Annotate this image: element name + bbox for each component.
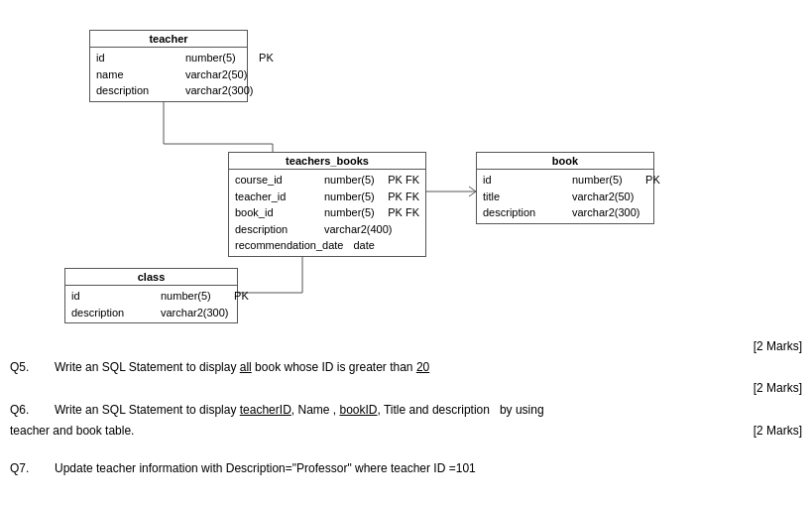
q5-underline: all [240, 360, 252, 374]
questions-section: [2 Marks] Q5. Write an SQL Statement to … [10, 337, 802, 478]
book-entity: book id number(5) PK title varchar2(50) … [476, 152, 654, 224]
teachers-books-title: teachers_books [229, 153, 425, 170]
q6-line2-text: teacher and book table. [10, 422, 134, 441]
q6-text: Write an SQL Statement to display teache… [55, 401, 802, 420]
teachers-books-body: course_id number(5) PK FK teacher_id num… [229, 170, 425, 256]
teacher-entity: teacher id number(5) PK name varchar2(50… [89, 30, 248, 102]
tb-row-desc: description varchar2(400) [235, 221, 419, 238]
q5-number: Q5. [10, 358, 55, 377]
book-body: id number(5) PK title varchar2(50) descr… [477, 170, 653, 223]
q6-bookid: bookID [339, 403, 377, 417]
q7-line: Q7. Update teacher information with Desc… [10, 459, 802, 478]
tb-row-recdate: recommendation_date date [235, 237, 419, 254]
book-row-id: id number(5) PK [483, 172, 647, 189]
q6-line1: Q6. Write an SQL Statement to display te… [10, 401, 802, 420]
book-title: book [477, 153, 653, 170]
q5-line: Q5. Write an SQL Statement to display al… [10, 358, 802, 377]
teacher-title: teacher [90, 31, 247, 48]
tb-row-book: book_id number(5) PK FK [235, 204, 419, 221]
class-body: id number(5) PK description varchar2(300… [65, 286, 237, 322]
book-row-title: title varchar2(50) [483, 189, 647, 205]
class-title: class [65, 269, 237, 286]
book-row-desc: description varchar2(300) [483, 204, 647, 221]
class-entity: class id number(5) PK description varcha… [64, 268, 238, 323]
q6-line2: teacher and book table. [2 Marks] [10, 422, 802, 441]
er-diagram: teacher id number(5) PK name varchar2(50… [10, 10, 802, 327]
q7-number: Q7. [10, 459, 55, 478]
teacher-body: id number(5) PK name varchar2(50) descri… [90, 48, 247, 101]
class-row-id: id number(5) PK [71, 288, 231, 305]
q4-marks: [2 Marks] [10, 337, 802, 356]
svg-line-6 [469, 187, 476, 191]
teacher-row-id: id number(5) PK [96, 50, 241, 66]
q7-text: Update teacher information with Descript… [55, 459, 802, 478]
tb-row-course: course_id number(5) PK FK [235, 172, 419, 189]
q6-marks: [2 Marks] [754, 422, 802, 441]
teachers-books-entity: teachers_books course_id number(5) PK FK… [228, 152, 426, 257]
class-row-desc: description varchar2(300) [71, 305, 231, 321]
q5-marks: [2 Marks] [10, 379, 802, 398]
q6-teacherid: teacherID [240, 403, 291, 417]
svg-line-7 [469, 191, 476, 196]
q6-number: Q6. [10, 401, 55, 420]
teacher-row-name: name varchar2(50) [96, 66, 241, 83]
q5-number-20: 20 [416, 360, 429, 374]
tb-row-teacher: teacher_id number(5) PK FK [235, 189, 419, 205]
q5-text: Write an SQL Statement to display all bo… [55, 358, 802, 377]
teacher-row-desc: description varchar2(300) [96, 82, 241, 99]
